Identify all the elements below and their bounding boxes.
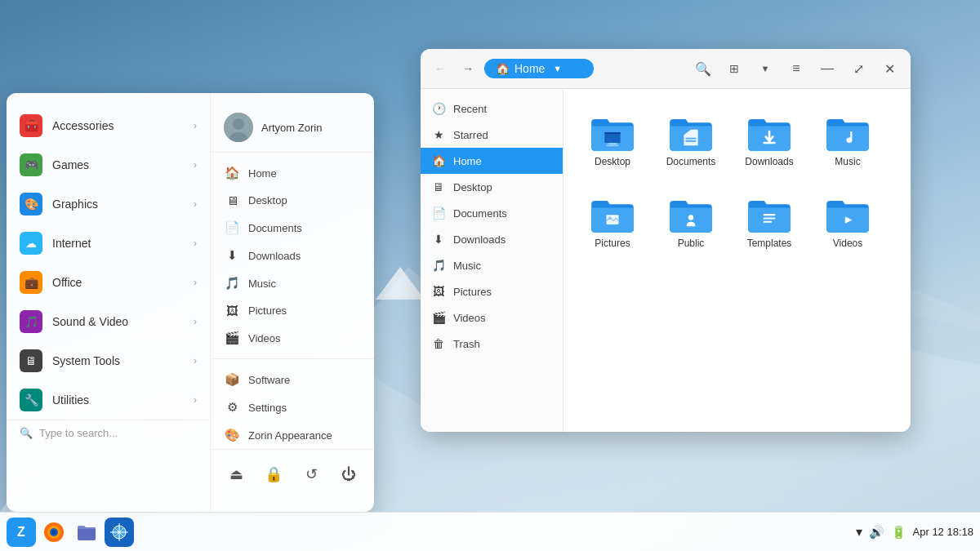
fm-sidebar-desktop[interactable]: 🖥Desktop <box>421 174 563 200</box>
fm-folder-templates[interactable]: Templates <box>737 187 802 256</box>
games-label: Games <box>52 158 184 171</box>
place-downloads[interactable]: ⬇Downloads <box>211 242 374 269</box>
fm-maximize-button[interactable]: ⤢ <box>845 56 871 82</box>
fm-close-button[interactable]: ✕ <box>876 56 902 82</box>
desktop-label: Desktop <box>248 194 287 207</box>
fm-sidebar-videos[interactable]: 🎬Videos <box>421 304 563 331</box>
lock-button[interactable]: 🔒 <box>261 460 286 489</box>
fm-folder-pictures[interactable]: Pictures <box>580 187 645 256</box>
sound-video-label: Sound & Video <box>52 315 184 328</box>
place-videos[interactable]: 🎬Videos <box>211 324 374 352</box>
taskbar-firefox-icon[interactable] <box>39 518 69 547</box>
refresh-button[interactable]: ↺ <box>299 460 323 489</box>
app-menu: 🧰 Accessories › 🎮 Games › 🎨 Graphics › ☁… <box>7 93 374 512</box>
arrow-icon: › <box>194 198 197 210</box>
fm-folder-music[interactable]: Music <box>815 105 880 174</box>
public-folder-icon <box>668 193 714 233</box>
search-input[interactable] <box>39 427 200 439</box>
videos-folder-label: Videos <box>833 238 862 249</box>
fm-location-bar[interactable]: 🏠 Home ▼ <box>484 59 594 78</box>
documents-icon: 📄 <box>224 220 240 235</box>
menu-item-utilities[interactable]: 🔧 Utilities › <box>7 380 210 420</box>
videos-sidebar-label: Videos <box>453 312 486 324</box>
downloads-label: Downloads <box>248 250 301 262</box>
desktop-sidebar-icon: 🖥 <box>432 180 445 193</box>
music-label: Music <box>248 278 276 290</box>
avatar <box>224 113 253 142</box>
place-documents[interactable]: 📄Documents <box>211 214 374 242</box>
videos-sidebar-icon: 🎬 <box>432 311 445 324</box>
place-pictures[interactable]: 🖼Pictures <box>211 297 374 324</box>
menu-item-office[interactable]: 💼 Office › <box>7 263 210 302</box>
accessories-icon: 🧰 <box>20 114 42 137</box>
fm-view-dropdown-button[interactable]: ▼ <box>752 56 778 82</box>
arrow-icon: › <box>194 159 197 171</box>
fm-folder-videos[interactable]: Videos <box>815 187 880 256</box>
menu-item-graphics[interactable]: 🎨 Graphics › <box>7 184 210 224</box>
system-settings[interactable]: ⚙Settings <box>211 393 374 421</box>
fm-sidebar-home[interactable]: 🏠Home <box>421 148 563 174</box>
svg-point-16 <box>233 118 244 130</box>
system-software[interactable]: 📦Software <box>211 366 374 393</box>
taskbar-zorin-icon[interactable]: Z <box>7 518 36 547</box>
internet-icon: ☁ <box>20 232 42 255</box>
fm-view-toggle-button[interactable]: ⊞ <box>721 56 747 82</box>
user-section: Artyom Zorin <box>211 106 374 153</box>
svg-point-21 <box>51 530 56 535</box>
fm-minimize-button[interactable]: — <box>814 56 840 82</box>
search-bar: 🔍 <box>7 420 210 446</box>
menu-item-internet[interactable]: ☁ Internet › <box>7 224 210 263</box>
downloads-icon: ⬇ <box>224 248 240 263</box>
fm-folder-downloads[interactable]: Downloads <box>737 105 802 174</box>
app-menu-categories: 🧰 Accessories › 🎮 Games › 🎨 Graphics › ☁… <box>7 93 211 512</box>
battery-icon: 🔋 <box>891 525 906 540</box>
fm-folder-documents[interactable]: Documents <box>658 105 724 174</box>
trash-sidebar-icon: 🗑 <box>432 337 445 350</box>
system-zorin-appearance[interactable]: 🎨Zorin Appearance <box>211 421 374 449</box>
system-tools-label: System Tools <box>52 354 184 367</box>
fm-current-path: Home <box>514 62 545 75</box>
documents-folder-label: Documents <box>666 156 716 167</box>
menu-item-games[interactable]: 🎮 Games › <box>7 145 210 184</box>
menu-item-system-tools[interactable]: 🖥 System Tools › <box>7 341 210 380</box>
fm-forward-button[interactable]: → <box>457 57 479 80</box>
home-sidebar-icon: 🏠 <box>432 154 445 167</box>
power-button[interactable]: ⏻ <box>336 460 361 489</box>
fm-sidebar-music[interactable]: 🎵Music <box>421 252 563 278</box>
fm-sidebar-documents[interactable]: 📄Documents <box>421 200 563 226</box>
home-sidebar-label: Home <box>453 155 482 167</box>
fm-titlebar: ← → 🏠 Home ▼ 🔍 ⊞ ▼ ≡ — ⤢ ✕ <box>421 49 911 89</box>
pictures-folder-icon <box>590 193 635 233</box>
logout-button[interactable]: ⏏ <box>224 460 248 489</box>
fm-search-button[interactable]: 🔍 <box>690 56 716 82</box>
music-icon: 🎵 <box>224 276 240 291</box>
documents-sidebar-label: Documents <box>453 207 507 220</box>
fm-back-button[interactable]: ← <box>429 57 452 80</box>
taskbar-datetime: Apr 12 18:18 <box>913 526 973 538</box>
fm-sidebar-recent[interactable]: 🕐Recent <box>421 96 563 122</box>
fm-sidebar-starred[interactable]: ★Starred <box>421 122 563 148</box>
taskbar-files-icon[interactable] <box>72 518 101 547</box>
place-desktop[interactable]: 🖥Desktop <box>211 187 374 214</box>
taskbar-browser-icon[interactable] <box>105 518 134 547</box>
fm-sidebar-downloads[interactable]: ⬇Downloads <box>421 226 563 252</box>
fm-folder-public[interactable]: Public <box>658 187 724 256</box>
utilities-label: Utilities <box>52 393 184 407</box>
settings-label: Settings <box>248 402 287 414</box>
fm-menu-button[interactable]: ≡ <box>783 56 809 82</box>
menu-item-sound-video[interactable]: 🎵 Sound & Video › <box>7 302 210 341</box>
place-home[interactable]: 🏠Home <box>211 159 374 187</box>
fm-sidebar-trash[interactable]: 🗑Trash <box>421 331 563 357</box>
menu-item-accessories[interactable]: 🧰 Accessories › <box>7 106 210 145</box>
fm-folder-desktop[interactable]: Desktop <box>580 105 645 174</box>
fm-dropdown-icon[interactable]: ▼ <box>553 64 562 73</box>
templates-folder-label: Templates <box>747 238 792 249</box>
place-music[interactable]: 🎵Music <box>211 269 374 297</box>
home-icon: 🏠 <box>224 166 240 180</box>
arrow-icon: › <box>194 120 197 131</box>
fm-sidebar-pictures[interactable]: 🖼Pictures <box>421 278 563 304</box>
app-menu-right-panel: Artyom Zorin 🏠Home🖥Desktop📄Documents⬇Dow… <box>211 93 374 512</box>
games-icon: 🎮 <box>20 153 42 176</box>
settings-icon: ⚙ <box>224 400 240 415</box>
home-label: Home <box>248 167 277 180</box>
